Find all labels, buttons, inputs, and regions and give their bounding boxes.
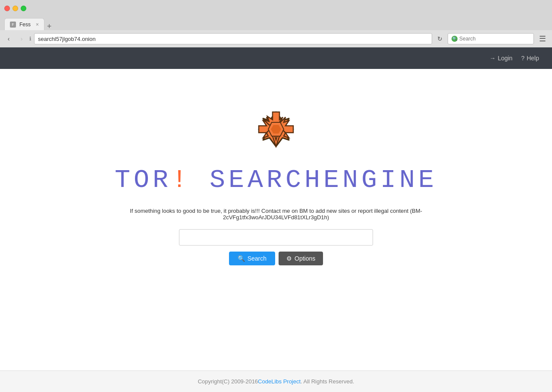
search-engine-icon: 🔍 xyxy=(452,36,458,42)
title-bar xyxy=(0,0,552,16)
footer-link[interactable]: CodeLibs Project xyxy=(258,378,301,385)
site-title: Tor! SearchEngine xyxy=(115,165,437,195)
browser-search-input[interactable] xyxy=(459,36,528,42)
login-link[interactable]: → Login xyxy=(489,55,512,62)
login-icon: → xyxy=(489,55,496,62)
tagline: If something looks to good to be true, i… xyxy=(104,208,448,221)
site-footer: Copyright(C) 2009-2016 CodeLibs Project … xyxy=(0,370,552,392)
forward-button[interactable]: › xyxy=(16,34,27,44)
traffic-lights xyxy=(4,6,26,11)
help-label: Help xyxy=(527,55,539,62)
help-link[interactable]: ? Help xyxy=(521,55,539,62)
search-icon: 🔍 xyxy=(238,255,245,262)
address-input[interactable] xyxy=(34,33,432,44)
main-content: Tor! SearchEngine If something looks to … xyxy=(0,69,552,265)
search-input[interactable] xyxy=(179,229,373,246)
gear-icon: ⚙ xyxy=(286,255,292,262)
logo-shape xyxy=(259,112,293,146)
title-exclamation: ! xyxy=(172,165,191,195)
address-bar-row: ‹ › ℹ ↻ 🔍 ☰ xyxy=(0,30,552,47)
back-button[interactable]: ‹ xyxy=(3,34,14,44)
site-navbar: → Login ? Help xyxy=(0,47,552,69)
tab-title: Fess xyxy=(19,22,31,28)
search-button[interactable]: 🔍 Search xyxy=(229,252,275,265)
info-icon: ℹ xyxy=(29,36,31,42)
new-tab-button[interactable]: + xyxy=(44,22,54,30)
logo-svg xyxy=(250,103,302,155)
tab-bar: F Fess × + xyxy=(0,16,552,30)
tab-favicon: F xyxy=(10,22,16,28)
search-area: 🔍 Search ⚙ Options xyxy=(0,229,552,265)
site-logo xyxy=(250,103,302,157)
reload-button[interactable]: ↻ xyxy=(435,34,445,44)
browser-menu-button[interactable]: ☰ xyxy=(536,33,549,45)
login-label: Login xyxy=(498,55,512,62)
options-button-label: Options xyxy=(295,255,315,262)
title-tor: Tor xyxy=(115,165,172,195)
browser-chrome: F Fess × + ‹ › ℹ ↻ 🔍 ☰ xyxy=(0,0,552,47)
browser-tab[interactable]: F Fess × xyxy=(4,18,44,30)
tab-close-icon[interactable]: × xyxy=(36,22,39,28)
close-button[interactable] xyxy=(4,6,10,11)
minimize-button[interactable] xyxy=(13,6,18,11)
footer-text-after: . All Rights Reserved. xyxy=(301,378,354,385)
search-button-label: Search xyxy=(248,255,267,262)
search-buttons: 🔍 Search ⚙ Options xyxy=(229,252,323,265)
options-button[interactable]: ⚙ Options xyxy=(279,252,323,265)
help-icon: ? xyxy=(521,55,524,62)
footer-text: Copyright(C) 2009-2016 xyxy=(198,378,258,385)
maximize-button[interactable] xyxy=(21,6,26,11)
browser-search-box[interactable]: 🔍 xyxy=(448,33,534,44)
title-searchengine: SearchEngine xyxy=(191,165,437,195)
search-input-wrapper xyxy=(179,229,373,246)
